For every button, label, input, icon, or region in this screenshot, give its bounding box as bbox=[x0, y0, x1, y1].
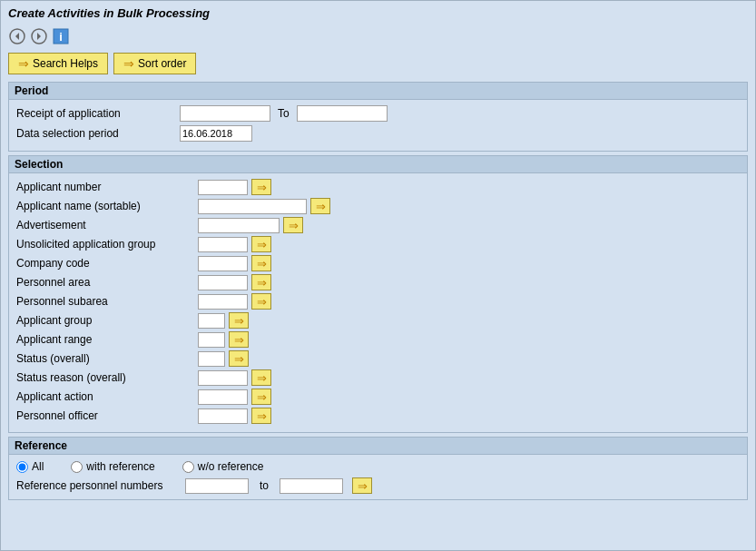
forward-icon[interactable] bbox=[30, 27, 48, 45]
reference-personnel-arrow-button[interactable]: ⇒ bbox=[352, 477, 372, 494]
personnel-subarea-arrow-button[interactable]: ⇒ bbox=[251, 293, 271, 310]
info-icon[interactable]: i bbox=[52, 27, 70, 45]
field-label-personnel-subarea: Personnel subarea bbox=[16, 295, 198, 308]
receipt-from-input[interactable] bbox=[180, 105, 270, 122]
list-item: Personnel officer ⇒ bbox=[16, 408, 740, 424]
svg-marker-1 bbox=[15, 33, 19, 40]
field-label-status-reason: Status reason (overall) bbox=[16, 371, 198, 384]
field-label-applicant-action: Applicant action bbox=[16, 390, 198, 403]
data-selection-label: Data selection period bbox=[16, 127, 180, 140]
receipt-to-input[interactable] bbox=[297, 105, 388, 122]
radio-all-input[interactable] bbox=[16, 461, 28, 473]
applicant-group-input[interactable] bbox=[198, 313, 225, 329]
status-overall-input[interactable] bbox=[198, 351, 225, 367]
reference-section: Reference All with reference w/o referen… bbox=[8, 437, 748, 500]
search-helps-button[interactable]: ⇒ Search Helps bbox=[8, 53, 108, 74]
list-item: Status (overall) ⇒ bbox=[16, 350, 740, 367]
reference-to-label: to bbox=[260, 479, 269, 492]
receipt-label: Receipt of application bbox=[16, 107, 180, 120]
search-helps-label: Search Helps bbox=[33, 57, 98, 70]
title-bar: Create Activities in Bulk Processing bbox=[1, 1, 755, 24]
reference-section-header: Reference bbox=[9, 438, 747, 455]
radio-all-label: All bbox=[32, 460, 44, 473]
period-section-body: Receipt of application To Data selection… bbox=[9, 100, 747, 151]
selection-section-body: Applicant number ⇒ Applicant name (sorta… bbox=[9, 173, 747, 432]
personnel-subarea-input[interactable] bbox=[198, 294, 248, 310]
field-label-applicant-name: Applicant name (sortable) bbox=[16, 200, 198, 212]
applicant-action-input[interactable] bbox=[198, 389, 248, 405]
receipt-row: Receipt of application To bbox=[16, 105, 740, 122]
applicant-name-input[interactable] bbox=[198, 199, 307, 214]
sort-order-label: Sort order bbox=[138, 57, 186, 70]
data-selection-row: Data selection period bbox=[16, 125, 740, 142]
field-label-personnel-officer: Personnel officer bbox=[16, 409, 198, 422]
search-helps-arrow-icon: ⇒ bbox=[18, 56, 29, 71]
applicant-group-arrow-button[interactable]: ⇒ bbox=[229, 312, 249, 329]
list-item: Applicant group ⇒ bbox=[16, 312, 740, 329]
sort-order-button[interactable]: ⇒ Sort order bbox=[113, 53, 196, 74]
radio-with-reference-input[interactable] bbox=[71, 461, 83, 473]
page-title: Create Activities in Bulk Processing bbox=[8, 6, 210, 20]
applicant-action-arrow-button[interactable]: ⇒ bbox=[251, 389, 271, 405]
toolbar-buttons: ⇒ Search Helps ⇒ Sort order bbox=[1, 49, 755, 78]
advertisement-arrow-button[interactable]: ⇒ bbox=[283, 217, 303, 233]
reference-personnel-to-input[interactable] bbox=[280, 478, 343, 494]
sort-order-arrow-icon: ⇒ bbox=[123, 56, 134, 71]
applicant-range-input[interactable] bbox=[198, 332, 225, 348]
back-icon[interactable] bbox=[8, 27, 26, 45]
svg-marker-3 bbox=[37, 33, 41, 40]
radio-with-reference-label: with reference bbox=[86, 460, 154, 473]
field-label-applicant-group: Applicant group bbox=[16, 314, 198, 327]
radio-without-reference-input[interactable] bbox=[182, 461, 194, 473]
list-item: Applicant name (sortable) ⇒ bbox=[16, 198, 740, 214]
list-item: Personnel area ⇒ bbox=[16, 274, 740, 290]
reference-radio-row: All with reference w/o reference bbox=[16, 460, 740, 473]
personnel-area-input[interactable] bbox=[198, 275, 248, 290]
personnel-officer-input[interactable] bbox=[198, 408, 248, 424]
list-item: Applicant range ⇒ bbox=[16, 331, 740, 348]
period-section-header: Period bbox=[9, 83, 747, 100]
list-item: Status reason (overall) ⇒ bbox=[16, 369, 740, 386]
selection-section: Selection Applicant number ⇒ Applicant n… bbox=[8, 155, 748, 433]
svg-text:i: i bbox=[59, 30, 63, 44]
company-code-input[interactable] bbox=[198, 256, 248, 271]
toolbar: i bbox=[1, 24, 755, 49]
reference-section-body: All with reference w/o reference Referen… bbox=[9, 455, 747, 499]
list-item: Applicant number ⇒ bbox=[16, 179, 740, 195]
field-label-advertisement: Advertisement bbox=[16, 219, 198, 231]
list-item: Applicant action ⇒ bbox=[16, 389, 740, 405]
status-reason-input[interactable] bbox=[198, 370, 248, 386]
unsolicited-group-input[interactable] bbox=[198, 237, 248, 252]
reference-personnel-from-input[interactable] bbox=[185, 478, 249, 494]
main-window: Create Activities in Bulk Processing i ⇒ bbox=[0, 0, 756, 551]
applicant-number-arrow-button[interactable]: ⇒ bbox=[251, 179, 271, 195]
field-label-personnel-area: Personnel area bbox=[16, 276, 198, 289]
list-item: Unsolicited application group ⇒ bbox=[16, 236, 740, 252]
unsolicited-group-arrow-button[interactable]: ⇒ bbox=[251, 236, 271, 252]
advertisement-input[interactable] bbox=[198, 218, 280, 233]
radio-without-reference-label: w/o reference bbox=[198, 460, 264, 473]
data-selection-input[interactable] bbox=[180, 125, 252, 142]
radio-option-with-reference[interactable]: with reference bbox=[71, 460, 154, 473]
applicant-range-arrow-button[interactable]: ⇒ bbox=[229, 331, 249, 348]
personnel-officer-arrow-button[interactable]: ⇒ bbox=[251, 408, 271, 424]
radio-option-all[interactable]: All bbox=[16, 460, 44, 473]
reference-personnel-row: Reference personnel numbers to ⇒ bbox=[16, 477, 740, 494]
company-code-arrow-button[interactable]: ⇒ bbox=[251, 255, 271, 271]
field-label-applicant-range: Applicant range bbox=[16, 333, 198, 346]
list-item: Company code ⇒ bbox=[16, 255, 740, 271]
period-section: Period Receipt of application To Data se… bbox=[8, 82, 748, 152]
receipt-to-label: To bbox=[278, 107, 290, 120]
list-item: Personnel subarea ⇒ bbox=[16, 293, 740, 310]
field-label-company-code: Company code bbox=[16, 257, 198, 270]
field-label-applicant-number: Applicant number bbox=[16, 181, 198, 193]
applicant-number-input[interactable] bbox=[198, 180, 248, 195]
radio-option-without-reference[interactable]: w/o reference bbox=[182, 460, 264, 473]
applicant-name-arrow-button[interactable]: ⇒ bbox=[310, 198, 330, 214]
list-item: Advertisement ⇒ bbox=[16, 217, 740, 233]
field-label-status-overall: Status (overall) bbox=[16, 352, 198, 365]
field-label-unsolicited-group: Unsolicited application group bbox=[16, 238, 198, 251]
status-overall-arrow-button[interactable]: ⇒ bbox=[229, 350, 249, 367]
personnel-area-arrow-button[interactable]: ⇒ bbox=[251, 274, 271, 290]
status-reason-arrow-button[interactable]: ⇒ bbox=[251, 369, 271, 386]
